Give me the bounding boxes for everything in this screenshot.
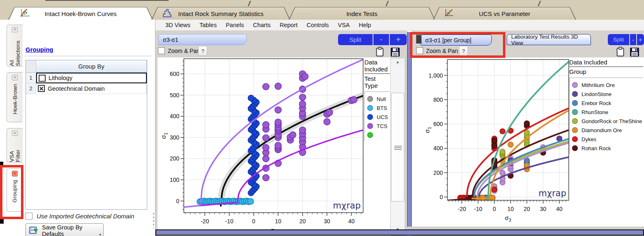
lithology-checkbox[interactable] <box>39 75 46 82</box>
scroll-up-icon[interactable]: ▲ <box>391 58 405 66</box>
sidebar-tab-all-selections[interactable]: ✕ All Selections <box>7 25 23 66</box>
menu-report[interactable]: Report <box>275 22 302 28</box>
split-button[interactable]: Split <box>608 34 629 45</box>
plus-icon: + <box>639 36 642 43</box>
dots-icon: ····· <box>299 10 310 16</box>
legend-label: Rohan Rock <box>581 145 611 151</box>
svg-text:30: 30 <box>540 206 547 212</box>
legend-dot-icon <box>572 118 578 124</box>
legend-dot-icon <box>367 96 373 102</box>
menu-vsa[interactable]: VSA <box>334 22 354 28</box>
save-group-by-defaults-button[interactable]: Save Group By Defaults ▾ <box>25 223 104 236</box>
svg-text:-20: -20 <box>458 206 466 212</box>
tab-intact-hoek-brown-curves[interactable]: Intact Hoek-Brown Curves <box>8 7 153 20</box>
column-header-group-by[interactable]: Group By <box>36 60 147 73</box>
dropdown-arrow-icon[interactable]: ▾ <box>99 232 101 236</box>
tab-label: Intact Rock Summary Statistics <box>178 10 264 17</box>
clipboard-icon <box>616 47 625 57</box>
zoom-pan-checkbox[interactable] <box>158 47 165 54</box>
sidebar-tab-hoek-brown[interactable]: ✕ Hoek-Brown <box>7 72 23 122</box>
svg-text:400: 400 <box>433 145 443 151</box>
legend-dot-icon <box>572 100 578 106</box>
legend-dot-icon <box>572 145 578 151</box>
cell-geotechnical-domain[interactable]: ✕ Geotechnical Domain <box>36 83 147 94</box>
grouping-panel-title[interactable]: Grouping <box>25 46 53 53</box>
legend-label: BTS <box>377 105 387 111</box>
legend-subtitle: Test Type <box>364 75 390 89</box>
app-window: Intact Hoek-Brown Curves Intact Rock Sum… <box>0 0 644 236</box>
copy-to-clipboard-button[interactable] <box>614 46 626 57</box>
split-button[interactable]: Split <box>338 34 373 45</box>
split-label: Split <box>349 36 361 43</box>
legend-item: LindonStone <box>572 89 643 99</box>
expand-button[interactable]: + <box>390 34 407 45</box>
legend-dot-icon <box>572 82 578 88</box>
tab-laboratory-test-results-3d-view[interactable]: Laboratory Test Results 3D View <box>507 34 591 45</box>
svg-text:-10: -10 <box>474 206 482 212</box>
geotechnical-domain-checkbox[interactable]: ✕ <box>38 85 45 92</box>
tab-intact-rock-summary-statistics[interactable]: Intact Rock Summary Statistics <box>151 7 290 20</box>
group-by-table: Group By 1 Lithology 2 ✕ Geotechnical Do… <box>25 60 147 210</box>
sidebar-tab-label: Hoek-Brown <box>12 84 18 114</box>
panel-tab-label: Laboratory Test Results 3D View <box>511 34 591 46</box>
sigma-chart-panel: σ3-σ1 Split - + Zoom & Pan ? <box>155 31 407 236</box>
menu-charts[interactable]: Charts <box>248 22 275 28</box>
panel-splitter[interactable] <box>407 32 412 229</box>
menu-3d-views[interactable]: 3D Views <box>161 22 195 28</box>
svg-text:10: 10 <box>507 206 514 212</box>
legend-title: Data Included <box>569 59 643 67</box>
horizontal-splitter[interactable] <box>155 229 644 236</box>
close-icon[interactable]: ✕ <box>12 75 18 80</box>
split-label: Split <box>613 37 624 43</box>
scatter-plot-icon <box>444 8 454 20</box>
svg-text:0: 0 <box>493 206 496 212</box>
tab-index-tests[interactable]: Index Tests ····· <box>289 7 435 20</box>
save-button-label: Save Group By Defaults <box>42 224 103 236</box>
sidebar-tab-vsa-filter[interactable]: ✕ VSA Filter <box>7 128 23 163</box>
sigma3-sigma1-chart[interactable]: -20-100102030400100200300400500600σ3σ1mχ… <box>158 57 391 236</box>
save-icon <box>390 47 400 57</box>
legend-dot-icon <box>367 105 373 111</box>
minus-icon: - <box>632 36 634 43</box>
menu-panels[interactable]: Panels <box>221 22 248 28</box>
divider <box>24 56 151 56</box>
tab-sigma3-sigma1[interactable]: σ3-σ1 <box>158 34 247 45</box>
save-image-button[interactable] <box>628 46 641 57</box>
legend-label: Erebor Rock <box>581 100 611 106</box>
legend-dot-icon <box>367 132 373 138</box>
sidebar-tab-label: All Selections <box>9 36 21 66</box>
per-group-chart-panel: σ3-σ1 [per Group] Laboratory Test Result… <box>412 31 644 236</box>
legend-label: RhunStone <box>581 109 608 115</box>
svg-text:500: 500 <box>170 92 180 99</box>
expand-button[interactable]: + <box>637 34 644 45</box>
menu-help[interactable]: Help <box>354 22 376 28</box>
test-type-legend: Data Included Test Type NullBTSUCSTCS <box>364 59 390 141</box>
svg-text:40: 40 <box>556 206 563 212</box>
svg-text:mχrap: mχrap <box>539 188 566 198</box>
legend-label: UCS <box>377 114 388 120</box>
table-corner-cell <box>26 60 36 73</box>
panel-tab-label: σ3-σ1 <box>163 37 178 43</box>
legend-entries: Mithrilium OreLindonStoneErebor RockRhun… <box>569 78 643 154</box>
tab-ucs-vs-parameter[interactable]: UCS vs Parameter <box>433 7 576 20</box>
annotation-artifact <box>0 219 4 224</box>
menu-tables[interactable]: Tables <box>195 22 221 28</box>
svg-text:-10: -10 <box>225 218 233 225</box>
copy-to-clipboard-button[interactable] <box>373 46 386 57</box>
vertical-scrollbar[interactable]: ▲ ▼ <box>390 58 405 234</box>
legend-label: LindonStone <box>581 91 612 97</box>
save-image-button[interactable] <box>389 46 401 57</box>
cell-lithology[interactable]: Lithology <box>36 73 147 83</box>
menu-controls[interactable]: Controls <box>302 22 334 28</box>
use-imported-domain-checkbox[interactable] <box>25 213 32 220</box>
legend-dot-icon <box>367 123 373 129</box>
close-icon[interactable]: ✕ <box>12 27 18 32</box>
close-icon[interactable]: ✕ <box>12 131 18 136</box>
collapse-button[interactable]: - <box>373 34 389 45</box>
scrollbar-thumb[interactable] <box>391 93 404 202</box>
collapse-button[interactable]: - <box>630 34 636 45</box>
clipboard-icon <box>375 47 384 57</box>
help-button[interactable]: ? <box>198 46 207 56</box>
annotation-highlight-grouping-tab <box>0 165 23 219</box>
splitter-grip[interactable] <box>153 212 155 228</box>
